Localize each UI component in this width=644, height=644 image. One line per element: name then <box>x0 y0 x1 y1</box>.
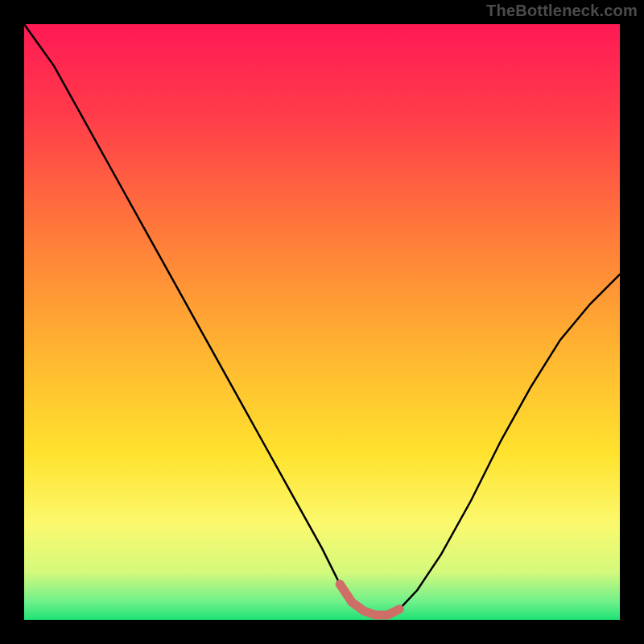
chart-frame: TheBottleneck.com <box>0 0 644 644</box>
chart-svg <box>24 24 620 620</box>
watermark-label: TheBottleneck.com <box>486 2 638 20</box>
plot-area <box>24 24 620 620</box>
gradient-background <box>24 24 620 620</box>
